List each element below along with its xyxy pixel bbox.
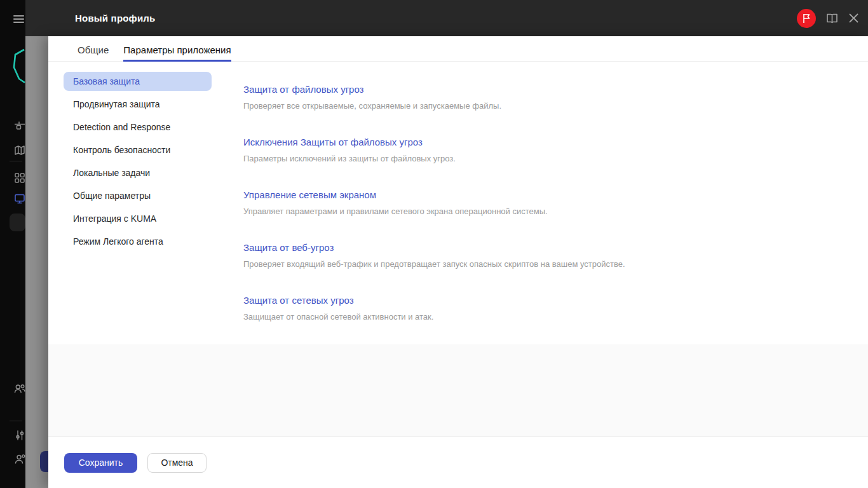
setting-link[interactable]: Управление сетевым экраном xyxy=(243,189,376,201)
dimmed-background-button xyxy=(40,451,48,472)
category-item-local-tasks[interactable]: Локальные задачи xyxy=(64,163,212,182)
sidebar-divider xyxy=(10,161,22,161)
setting-link[interactable]: Исключения Защиты от файловых угроз xyxy=(243,136,423,149)
category-item-light-agent-mode[interactable]: Режим Легкого агента xyxy=(64,232,212,251)
settings-list: Защита от файловых угроз Проверяет все о… xyxy=(243,72,625,344)
setting-file-threat-protection: Защита от файловых угроз Проверяет все о… xyxy=(243,83,625,112)
category-item-kuma-integration[interactable]: Интеграция с KUMA xyxy=(64,209,212,228)
apps-grid-icon[interactable] xyxy=(14,172,25,184)
users-icon[interactable] xyxy=(14,383,25,395)
setting-description: Проверяет входящий веб-трафик и предотвр… xyxy=(243,259,625,270)
monitor-icon[interactable] xyxy=(14,193,25,205)
kaspersky-logo xyxy=(8,48,25,84)
setting-link[interactable]: Защита от сетевых угроз xyxy=(243,294,354,307)
setting-network-threat-protection: Защита от сетевых угроз Защищает от опас… xyxy=(243,294,625,323)
modal-body: Базовая защита Продвинутая защита Detect… xyxy=(48,62,868,344)
network-icon[interactable] xyxy=(14,121,25,132)
sidebar-active-item[interactable] xyxy=(10,214,25,231)
menu-hamburger-icon[interactable] xyxy=(13,15,24,24)
category-item-security-controls[interactable]: Контроль безопасности xyxy=(64,140,212,159)
tab-application-settings[interactable]: Параметры приложения xyxy=(123,36,231,62)
new-profile-modal: Общие Параметры приложения Базовая защит… xyxy=(48,36,868,488)
setting-description: Параметры исключений из защиты от файлов… xyxy=(243,153,625,165)
category-item-detection-and-response[interactable]: Detection and Response xyxy=(64,118,212,137)
modal-header: Новый профиль xyxy=(25,0,868,36)
whats-new-flag-badge[interactable] xyxy=(797,9,816,28)
flag-icon xyxy=(801,13,811,24)
dimmed-page-overlay xyxy=(25,36,48,488)
category-item-advanced-protection[interactable]: Продвинутая защита xyxy=(64,95,212,114)
account-icon[interactable] xyxy=(14,454,25,465)
setting-link[interactable]: Защита от веб-угроз xyxy=(243,241,334,254)
app-sidebar xyxy=(0,0,25,488)
tab-general[interactable]: Общие xyxy=(78,36,109,62)
cancel-button[interactable]: Отмена xyxy=(147,453,207,473)
tune-icon[interactable] xyxy=(14,430,25,441)
setting-web-threat-protection: Защита от веб-угроз Проверяет входящий в… xyxy=(243,241,625,270)
map-icon[interactable] xyxy=(14,145,25,156)
setting-description: Управляет параметрами и правилами сетево… xyxy=(243,206,625,217)
setting-firewall-management: Управление сетевым экраном Управляет пар… xyxy=(243,189,625,217)
page-title: Новый профиль xyxy=(75,13,156,24)
save-button[interactable]: Сохранить xyxy=(64,453,137,473)
close-icon[interactable] xyxy=(848,13,859,24)
tab-bar: Общие Параметры приложения xyxy=(48,36,868,62)
category-list: Базовая защита Продвинутая защита Detect… xyxy=(64,72,212,344)
empty-content-area xyxy=(48,344,868,437)
category-item-basic-protection[interactable]: Базовая защита xyxy=(64,72,212,91)
setting-description: Проверяет все открываемые, сохраняемые и… xyxy=(243,100,625,112)
sidebar-divider xyxy=(10,421,22,421)
modal-footer: Сохранить Отмена xyxy=(48,437,868,488)
setting-file-threat-exclusions: Исключения Защиты от файловых угроз Пара… xyxy=(243,136,625,165)
category-item-general-settings[interactable]: Общие параметры xyxy=(64,186,212,205)
setting-link[interactable]: Защита от файловых угроз xyxy=(243,83,364,96)
setting-description: Защищает от опасной сетевой активности и… xyxy=(243,311,625,323)
help-book-icon[interactable] xyxy=(826,13,838,24)
